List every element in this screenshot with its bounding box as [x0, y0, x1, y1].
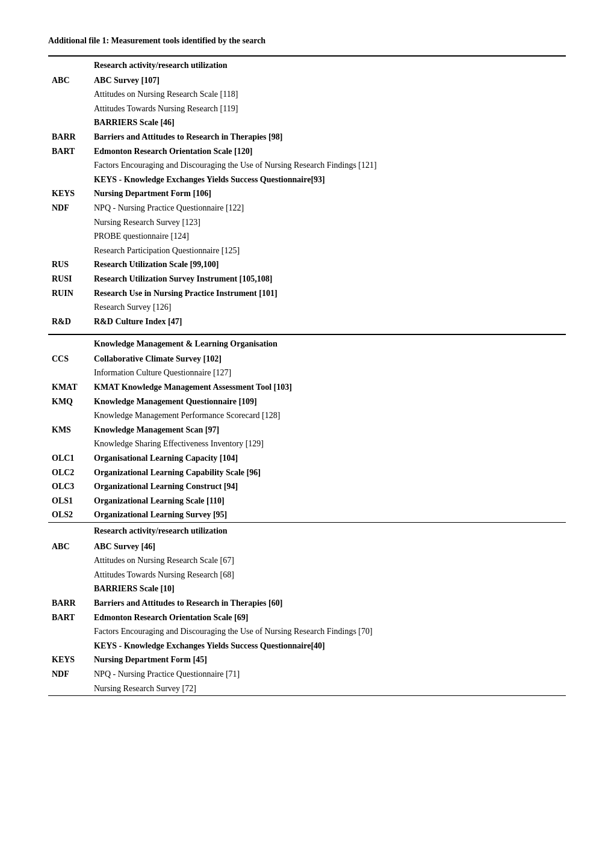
abbr-cell — [48, 158, 90, 173]
desc-cell: Nursing Research Survey [123] — [90, 215, 566, 230]
table-row: Nursing Research Survey [123] — [48, 215, 566, 230]
table-row: R&D R&D Culture Index [47] — [48, 315, 566, 329]
desc-cell: R&D Culture Index [47] — [90, 315, 566, 329]
desc-cell: ABC Survey [46] — [90, 540, 566, 554]
abbr-cell — [48, 408, 90, 423]
abbr-cell: KEYS — [48, 186, 90, 201]
table-row: Factors Encouraging and Discouraging the… — [48, 624, 566, 639]
abbr-cell — [48, 366, 90, 380]
abbr-cell: KMS — [48, 423, 90, 437]
abbr-cell — [48, 229, 90, 244]
desc-cell: Research Use in Nursing Practice Instrum… — [90, 286, 566, 301]
abbr-cell — [48, 87, 90, 102]
abbr-cell: ABC — [48, 540, 90, 554]
abbr-cell: BARR — [48, 130, 90, 144]
abbr-cell — [48, 300, 90, 315]
abbr-cell: OLS2 — [48, 508, 90, 522]
table-row: OLS1 Organizational Learning Scale [110] — [48, 494, 566, 508]
abbr-cell: BART — [48, 144, 90, 159]
desc-cell: Organizational Learning Capability Scale… — [90, 466, 566, 480]
desc-cell: Barriers and Attitudes to Research in Th… — [90, 130, 566, 144]
abbr-cell: CCS — [48, 352, 90, 366]
table-row: RUSI Research Utilization Survey Instrum… — [48, 272, 566, 286]
abbr-cell: ABC — [48, 73, 90, 88]
desc-cell: Attitudes on Nursing Research Scale [67] — [90, 553, 566, 568]
desc-cell: Information Culture Questionnaire [127] — [90, 366, 566, 380]
table-row: Attitudes on Nursing Research Scale [67] — [48, 553, 566, 568]
abbr-cell — [48, 682, 90, 696]
abbr-cell — [48, 437, 90, 451]
table-row: KMQ Knowledge Management Questionnaire [… — [48, 395, 566, 409]
desc-cell: Research Participation Questionnaire [12… — [90, 244, 566, 258]
desc-cell: BARRIERS Scale [46] — [90, 115, 566, 130]
abbr-cell — [48, 173, 90, 187]
table-row: Attitudes Towards Nursing Research [119] — [48, 102, 566, 116]
table-row: Attitudes Towards Nursing Research [68] — [48, 568, 566, 582]
desc-cell: Organizational Learning Survey [95] — [90, 508, 566, 522]
table-row: RUS Research Utilization Scale [99,100] — [48, 257, 566, 272]
abbr-cell: NDF — [48, 667, 90, 682]
abbr-cell — [48, 215, 90, 230]
table-row: Research Participation Questionnaire [12… — [48, 244, 566, 258]
desc-cell: Knowledge Management Performance Scoreca… — [90, 408, 566, 423]
desc-cell: Research Utilization Scale [99,100] — [90, 257, 566, 272]
desc-cell: Factors Encouraging and Discouraging the… — [90, 158, 566, 173]
desc-cell: Research Utilization Survey Instrument [… — [90, 272, 566, 286]
section-header-row: Knowledge Management & Learning Organisa… — [48, 334, 566, 352]
abbr-cell: R&D — [48, 315, 90, 329]
abbr-cell: BART — [48, 611, 90, 625]
table-row: NDF NPQ - Nursing Practice Questionnaire… — [48, 667, 566, 682]
desc-cell: Organisational Learning Capacity [104] — [90, 451, 566, 466]
desc-cell: Attitudes Towards Nursing Research [119] — [90, 102, 566, 116]
table-row: BART Edmonton Research Orientation Scale… — [48, 611, 566, 625]
abbr-cell: BARR — [48, 596, 90, 611]
table-row: RUIN Research Use in Nursing Practice In… — [48, 286, 566, 301]
abbr-cell: OLC2 — [48, 466, 90, 480]
table-row: OLC1 Organisational Learning Capacity [1… — [48, 451, 566, 466]
table-row: Knowledge Management Performance Scoreca… — [48, 408, 566, 423]
abbr-cell: KMAT — [48, 380, 90, 395]
abbr-cell: NDF — [48, 201, 90, 215]
abbr-cell: RUIN — [48, 286, 90, 301]
table-row: Attitudes on Nursing Research Scale [118… — [48, 87, 566, 102]
desc-cell: Nursing Department Form [45] — [90, 653, 566, 667]
desc-cell: Attitudes Towards Nursing Research [68] — [90, 568, 566, 582]
abbr-cell: RUSI — [48, 272, 90, 286]
section-header-label: Research activity/research utilization — [90, 56, 566, 73]
table-row: KEYS - Knowledge Exchanges Yields Succes… — [48, 639, 566, 653]
desc-cell: Barriers and Attitudes to Research in Th… — [90, 596, 566, 611]
table-row: BARR Barriers and Attitudes to Research … — [48, 596, 566, 611]
table-row: KMAT KMAT Knowledge Management Assessmen… — [48, 380, 566, 395]
table-row: OLC3 Organizational Learning Construct [… — [48, 479, 566, 494]
table-row: ABC ABC Survey [46] — [48, 540, 566, 554]
table-row: OLC2 Organizational Learning Capability … — [48, 466, 566, 480]
desc-cell: Nursing Research Survey [72] — [90, 682, 566, 696]
page-title: Additional file 1: Measurement tools ide… — [48, 36, 566, 46]
abbr-cell: RUS — [48, 257, 90, 272]
abbr-cell — [48, 56, 90, 73]
desc-cell: KEYS - Knowledge Exchanges Yields Succes… — [90, 639, 566, 653]
table-row: KEYS Nursing Department Form [45] — [48, 653, 566, 667]
table-row: CCS Collaborative Climate Survey [102] — [48, 352, 566, 366]
table-row: Factors Encouraging and Discouraging the… — [48, 158, 566, 173]
abbr-cell — [48, 582, 90, 596]
desc-cell: KEYS - Knowledge Exchanges Yields Succes… — [90, 173, 566, 187]
desc-cell: ABC Survey [107] — [90, 73, 566, 88]
table-row: BART Edmonton Research Orientation Scale… — [48, 144, 566, 159]
spacer-row — [48, 328, 566, 334]
table-row: OLS2 Organizational Learning Survey [95] — [48, 508, 566, 522]
inner-section-header-label: Research activity/research utilization — [90, 523, 566, 540]
desc-cell: Attitudes on Nursing Research Scale [118… — [90, 87, 566, 102]
abbr-cell — [48, 334, 90, 352]
abbr-cell: KMQ — [48, 395, 90, 409]
desc-cell: BARRIERS Scale [10] — [90, 582, 566, 596]
desc-cell: KMAT Knowledge Management Assessment Too… — [90, 380, 566, 395]
desc-cell: NPQ - Nursing Practice Questionnaire [12… — [90, 201, 566, 215]
desc-cell: NPQ - Nursing Practice Questionnaire [71… — [90, 667, 566, 682]
section-header-label: Knowledge Management & Learning Organisa… — [90, 334, 566, 352]
table-row: Information Culture Questionnaire [127] — [48, 366, 566, 380]
abbr-cell — [48, 553, 90, 568]
table-row: KMS Knowledge Management Scan [97] — [48, 423, 566, 437]
main-table: Research activity/research utilization A… — [48, 55, 566, 696]
abbr-cell: OLS1 — [48, 494, 90, 508]
